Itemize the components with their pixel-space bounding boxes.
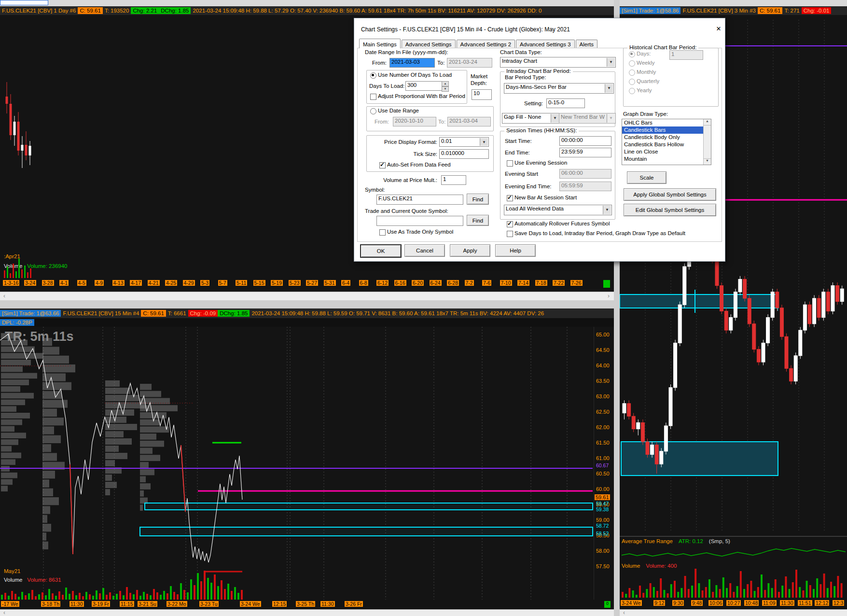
scroll-right-icon[interactable]: › bbox=[605, 293, 612, 299]
tab-advanced-settings[interactable]: Advanced Settings bbox=[402, 40, 456, 48]
window-corner-edit-box[interactable] bbox=[0, 0, 48, 5]
chevron-down-icon[interactable]: ▼ bbox=[603, 206, 611, 214]
tick-size-field[interactable]: 0.010000 bbox=[439, 149, 489, 159]
time-label: 3-18 Th bbox=[41, 601, 60, 607]
time-label: 3-25 Th bbox=[296, 601, 315, 607]
start-time-field[interactable]: 00:00:00 bbox=[559, 136, 611, 146]
trade-symbol-field[interactable] bbox=[376, 216, 463, 226]
rollover-checkbox[interactable] bbox=[507, 221, 513, 227]
chevron-down-icon[interactable]: ▼ bbox=[551, 114, 559, 123]
horizontal-panel-divider[interactable] bbox=[0, 300, 614, 308]
scroll-left-icon[interactable]: ‹ bbox=[1, 293, 8, 299]
edit-global-settings-button[interactable]: Edit Global Symbol Settings bbox=[624, 204, 716, 216]
time-label: 11:30 bbox=[320, 601, 335, 607]
save-default-checkbox[interactable] bbox=[507, 231, 513, 237]
graph-draw-option[interactable]: Candlestick Body Only bbox=[622, 134, 706, 141]
time-label: 11:15 bbox=[120, 601, 134, 607]
chart-data-type-combo[interactable]: Intraday Chart▼ bbox=[500, 57, 616, 68]
date-label: 5-15 bbox=[253, 280, 265, 286]
graph-draw-type-list[interactable]: ▲▼ OHLC BarsCandlestick BarsCandlestick … bbox=[622, 119, 711, 165]
use-date-range-radio[interactable] bbox=[370, 108, 376, 114]
scroll-up-icon[interactable]: ▲ bbox=[704, 119, 711, 126]
new-trend-bar-combo[interactable]: New Trend Bar W▼ bbox=[559, 113, 616, 124]
date-label: 6-8 bbox=[359, 280, 368, 286]
chevron-down-icon[interactable]: ▼ bbox=[480, 138, 488, 146]
date-to-field[interactable]: 2021-03-24 bbox=[447, 58, 492, 68]
historical-days-field[interactable]: 1 bbox=[669, 50, 703, 60]
scroll-left-icon[interactable]: ‹ bbox=[621, 609, 627, 616]
gap-fill-combo[interactable]: Gap Fill - None▼ bbox=[502, 113, 560, 124]
evening-end-field[interactable]: 05:59:59 bbox=[559, 182, 611, 191]
price-tick-label: 61.00 bbox=[596, 455, 610, 461]
header-segment: C: 59.61 bbox=[78, 7, 102, 14]
date-label: 6-4 bbox=[341, 280, 350, 286]
volume-at-price-field[interactable]: 1 bbox=[441, 175, 466, 185]
date-from-field[interactable]: 2021-03-03 bbox=[389, 58, 435, 68]
evening-start-field[interactable]: 06:00:00 bbox=[559, 169, 611, 179]
time-label: 9:30 bbox=[672, 600, 684, 606]
price-tick-label: 64.50 bbox=[596, 347, 610, 353]
historical-radio-weekly[interactable] bbox=[629, 60, 635, 67]
dialog-title: Chart Settings - F.US.CLEK21 [CBV] 15 Mi… bbox=[361, 26, 570, 33]
header-segment: T: 193520 bbox=[103, 7, 131, 14]
use-number-days-radio[interactable] bbox=[370, 72, 376, 79]
close-icon[interactable]: ✕ bbox=[714, 24, 723, 34]
help-button[interactable]: Help bbox=[495, 244, 536, 257]
price-tick-label: 65.00 bbox=[596, 332, 610, 337]
scale-button[interactable]: Scale bbox=[627, 171, 666, 184]
weekend-data-combo[interactable]: Load All Weekend Data▼ bbox=[504, 205, 612, 215]
range-to-field[interactable]: 2021-03-04 bbox=[447, 117, 491, 126]
current-price-box: 59.61 bbox=[595, 494, 610, 500]
scroll-down-icon[interactable]: ▼ bbox=[704, 158, 711, 165]
apply-button[interactable]: Apply bbox=[450, 244, 490, 257]
setting-field[interactable]: 0-15-0 bbox=[546, 98, 585, 108]
adjust-proportional-checkbox[interactable] bbox=[370, 94, 376, 100]
chart2-scrollbar[interactable]: ‹ bbox=[0, 609, 614, 616]
historical-radio-quarterly[interactable] bbox=[629, 79, 635, 85]
historical-radio-days[interactable] bbox=[629, 51, 635, 57]
apply-global-settings-button[interactable]: Apply Global Symbol Settings bbox=[624, 188, 716, 201]
date-label: 4-9 bbox=[95, 280, 104, 286]
symbol-find-button[interactable]: Find bbox=[467, 194, 489, 205]
study-price-label: 59.38 bbox=[596, 506, 609, 512]
right-volume-bars bbox=[620, 563, 847, 599]
range-from-field[interactable]: 2020-10-10 bbox=[393, 117, 436, 126]
chart3-scrollbar[interactable]: ‹ bbox=[620, 609, 847, 616]
chart3-time-axis: 3-24 We9:129:309:4810:0610:2710:4811:091… bbox=[620, 599, 847, 609]
graph-draw-option[interactable]: Mountain bbox=[622, 155, 706, 163]
tab-advanced-settings-3[interactable]: Advanced Settings 3 bbox=[516, 40, 575, 48]
new-bar-session-checkbox[interactable] bbox=[507, 195, 513, 201]
graph-draw-option[interactable]: Candlestick Bars bbox=[622, 126, 706, 134]
graph-draw-option[interactable]: Candlestick Bars Hollow bbox=[622, 141, 706, 148]
chevron-down-icon[interactable]: ▼ bbox=[607, 58, 615, 67]
graph-draw-option[interactable]: OHLC Bars bbox=[622, 119, 706, 126]
chart3-volume-pane: VolumeVolume: 400 bbox=[620, 563, 847, 599]
chart2-plot-area[interactable]: TR: 5m 11sMay21VolumeVolume: 8631 bbox=[0, 327, 594, 600]
price-display-format-combo[interactable]: 0.01▼ bbox=[439, 137, 489, 147]
save-default-label: Save Days to Load, Intraday Bar Period, … bbox=[514, 230, 685, 236]
chevron-down-icon[interactable]: ▼ bbox=[605, 84, 613, 93]
symbol-label: Symbol: bbox=[365, 187, 385, 193]
tab-alerts[interactable]: Alerts bbox=[576, 40, 597, 48]
historical-radio-yearly[interactable] bbox=[629, 88, 635, 94]
tab-main-settings[interactable]: Main Settings bbox=[359, 39, 401, 48]
graph-draw-option[interactable]: Line on Close bbox=[622, 148, 706, 155]
market-depth-field[interactable]: 10 bbox=[472, 89, 492, 100]
chart1-scrollbar[interactable]: ‹ › bbox=[0, 292, 614, 301]
days-spinner[interactable]: ▲▼ bbox=[442, 81, 449, 92]
cancel-button[interactable]: Cancel bbox=[404, 244, 445, 257]
days-to-load-field[interactable]: 300 bbox=[405, 81, 444, 91]
auto-set-checkbox[interactable] bbox=[379, 162, 386, 168]
list-scrollbar[interactable]: ▲▼ bbox=[703, 119, 711, 165]
trade-symbol-find-button[interactable]: Find bbox=[467, 215, 489, 226]
scroll-left-icon[interactable]: ‹ bbox=[1, 609, 8, 616]
symbol-field[interactable]: F.US.CLEK21 bbox=[376, 195, 463, 205]
bar-period-type-combo[interactable]: Days-Mins-Secs Per Bar▼ bbox=[504, 83, 614, 94]
use-trade-only-checkbox[interactable] bbox=[379, 229, 386, 236]
end-time-field[interactable]: 23:59:59 bbox=[559, 148, 611, 157]
bar-period-type-label: Bar Period Type: bbox=[505, 74, 546, 80]
ok-button[interactable]: OK bbox=[360, 244, 402, 258]
historical-radio-monthly[interactable] bbox=[629, 70, 635, 76]
use-evening-checkbox[interactable] bbox=[507, 160, 513, 167]
tab-advanced-settings-2[interactable]: Advanced Settings 2 bbox=[457, 40, 515, 48]
